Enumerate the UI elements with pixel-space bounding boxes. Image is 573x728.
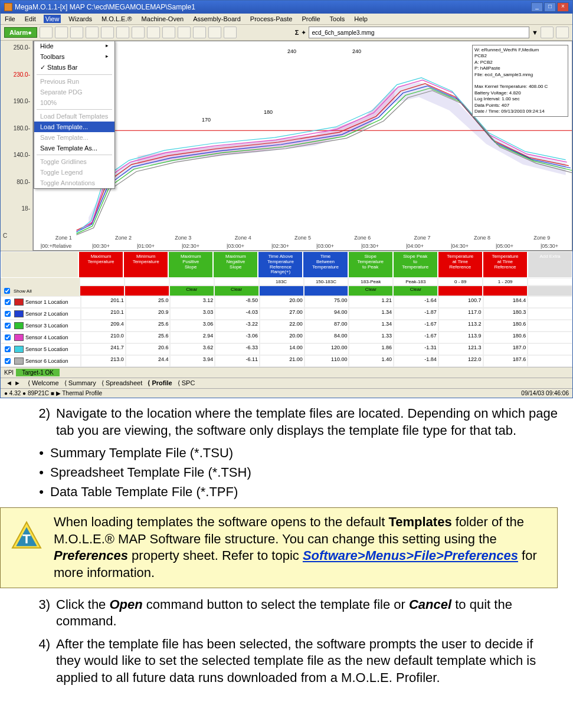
- chart-mid-label: 170: [202, 117, 211, 123]
- menu-item: Load Default Templates: [34, 111, 114, 122]
- column-header[interactable]: MaximumPositiveSlope: [168, 251, 213, 278]
- app-icon: [4, 3, 12, 11]
- preferences-link[interactable]: Software>Menus>File>Preferences: [303, 548, 518, 563]
- maximize-button[interactable]: □: [544, 2, 556, 12]
- minimize-button[interactable]: _: [531, 2, 543, 12]
- menu-item[interactable]: Hide▸: [34, 41, 114, 51]
- step-text: After the template file has been selecte…: [56, 636, 558, 687]
- tool-button[interactable]: [193, 27, 206, 38]
- menu-item: Separate PDG: [34, 87, 114, 97]
- column-header[interactable]: MaximumTemperature: [78, 251, 123, 278]
- chart-area: 250.0-230.0-190.0-180.0-140.0-80.0-18-C …: [1, 41, 572, 251]
- kpi-label: KPI: [4, 369, 14, 376]
- column-header[interactable]: Add Extra: [528, 251, 572, 278]
- tool-button[interactable]: [147, 27, 160, 38]
- tool-button[interactable]: [556, 27, 569, 38]
- menu-profile[interactable]: Profile: [300, 15, 322, 23]
- menu-item: Toggle Legend: [34, 167, 114, 178]
- tool-button[interactable]: [40, 27, 53, 38]
- bullet-text: Summary Template File (*.TSU): [50, 445, 233, 462]
- menu-machine-oven[interactable]: Machine-Oven: [140, 15, 186, 23]
- column-header[interactable]: TimeBetweenTemperature: [303, 251, 348, 278]
- menu-item: Toggle Gridlines: [34, 156, 114, 167]
- bullet-text: Spreadsheet Template File (*.TSH): [50, 464, 251, 481]
- kpi-badge: Target-1 OK: [16, 369, 60, 376]
- tab-spreadsheet[interactable]: ⟨ Spreadsheet: [100, 379, 146, 386]
- menubar: FileEditViewWizardsM.O.L.E.®Machine-Oven…: [1, 14, 572, 25]
- tool-button[interactable]: [86, 27, 99, 38]
- tool-button[interactable]: [178, 27, 191, 38]
- tip-note: T When loading templates the software op…: [0, 507, 558, 588]
- menu-item: Save Template...: [34, 132, 114, 143]
- menu-item: 100%: [34, 97, 114, 108]
- column-header[interactable]: Time AboveTemperatureReferenceRange(+): [258, 251, 303, 278]
- menu-m.o.l.e.®[interactable]: M.O.L.E.®: [100, 15, 134, 23]
- chart-top-label: 240: [287, 48, 296, 54]
- table-row[interactable]: Sensor 3 Location209.425.63.06-3.2222.00…: [1, 320, 572, 332]
- column-header[interactable]: Slope PeaktoTemperature: [393, 251, 438, 278]
- menu-item[interactable]: Load Template...: [34, 122, 114, 132]
- file-path-field[interactable]: ecd_6ch_sample3.mmg: [309, 27, 529, 38]
- table-row[interactable]: Sensor 1 Location201.125.03.12-8.5020.00…: [1, 296, 572, 308]
- menu-tools[interactable]: Tools: [328, 15, 347, 23]
- tab-summary[interactable]: ⟨ Summary: [63, 379, 100, 386]
- tab-spc[interactable]: ⟨ SPC: [176, 379, 197, 386]
- step-text: Navigate to the location where the templ…: [56, 405, 558, 439]
- tool-button[interactable]: [55, 27, 68, 38]
- table-row[interactable]: Sensor 5 Location241.720.63.62-6.3314.00…: [1, 343, 572, 355]
- svg-text:T: T: [22, 532, 31, 547]
- tool-button[interactable]: [162, 27, 175, 38]
- bullet-text: Data Table Template File (*.TPF): [50, 484, 238, 501]
- tip-icon: T: [11, 521, 42, 552]
- menu-item[interactable]: Toolbars▸: [34, 51, 114, 62]
- step-text: Click the Open command button to select …: [56, 596, 558, 630]
- menu-item: Toggle Annotations: [34, 178, 114, 188]
- menu-edit[interactable]: Edit: [23, 15, 38, 23]
- tool-button[interactable]: [116, 27, 129, 38]
- chart-info-box: W: eRunned_Wed% F,Medium PCB2A: PCB2P: h…: [472, 45, 568, 117]
- column-header[interactable]: SlopeTemperatureto Peak: [348, 251, 393, 278]
- menu-item[interactable]: ✓ Status Bar: [34, 62, 114, 73]
- step-number: 4): [32, 636, 56, 653]
- tab-profile[interactable]: ⟨ Profile: [146, 379, 175, 386]
- tool-button[interactable]: [208, 27, 221, 38]
- chart-top-label: 240: [352, 48, 361, 54]
- data-table: MaximumTemperatureMinimumTemperatureMaxi…: [1, 251, 572, 398]
- menu-help[interactable]: Help: [352, 15, 369, 23]
- menu-item[interactable]: Save Template As...: [34, 143, 114, 153]
- step-number: 2): [32, 405, 56, 422]
- column-header[interactable]: MaximumNegativeSlope: [213, 251, 258, 278]
- column-header[interactable]: MinimumTemperature: [123, 251, 168, 278]
- table-row[interactable]: Sensor 4 Location210.025.62.94-3.0620.00…: [1, 332, 572, 343]
- tool-button[interactable]: [132, 27, 145, 38]
- close-button[interactable]: ×: [557, 2, 569, 12]
- window-buttons: _ □ ×: [531, 2, 569, 12]
- table-row[interactable]: Sensor 6 Location213.024.43.94-6.1121.00…: [1, 355, 572, 367]
- chart-mid-label: 180: [264, 109, 273, 115]
- menu-wizards[interactable]: Wizards: [67, 15, 94, 23]
- menu-view[interactable]: View: [44, 15, 61, 23]
- column-header[interactable]: Temperatureat TimeReference: [438, 251, 483, 278]
- tool-button[interactable]: [70, 27, 83, 38]
- toolbar: Alarm● Σ ✦ ecd_6ch_sample3.mmg ▼: [1, 25, 572, 41]
- window-title: MegaM.O.1.1-[x] MAP C:\ecd\MEGAMOLEMAP\S…: [15, 3, 195, 11]
- alarm-indicator[interactable]: Alarm●: [4, 27, 37, 38]
- menu-process-paste[interactable]: Process-Paste: [248, 15, 294, 23]
- status-right: 09/14/03 09:46:06: [521, 390, 569, 396]
- tool-button[interactable]: [541, 27, 554, 38]
- menu-assembly-board[interactable]: Assembly-Board: [191, 15, 243, 23]
- status-bar: ● 4.32 ● 89P21C ■ ▶ Thermal Profile 09/1…: [1, 388, 572, 398]
- show-all-checkbox[interactable]: [4, 288, 10, 294]
- y-axis: 250.0-230.0-190.0-180.0-140.0-80.0-18-C: [1, 41, 33, 251]
- tool-button[interactable]: [224, 27, 237, 38]
- tab-welcome[interactable]: ⟨ Welcome: [26, 379, 63, 386]
- profile-chart[interactable]: Hide▸Toolbars▸✓ Status BarPrevious RunSe…: [33, 41, 572, 251]
- document-content: 2)Navigate to the location where the tem…: [0, 405, 573, 686]
- filter-row: Show AllClearClearClearClear: [1, 286, 572, 296]
- menu-item: Previous Run: [34, 76, 114, 87]
- column-header[interactable]: Temperatureat TimeReference: [483, 251, 528, 278]
- page-tabs: ◄ ► ⟨ Welcome ⟨ Summary ⟨ Spreadsheet ⟨ …: [1, 378, 572, 388]
- table-row[interactable]: Sensor 2 Location210.120.93.03-4.0327.00…: [1, 308, 572, 320]
- tool-button[interactable]: [101, 27, 114, 38]
- menu-file[interactable]: File: [3, 15, 17, 23]
